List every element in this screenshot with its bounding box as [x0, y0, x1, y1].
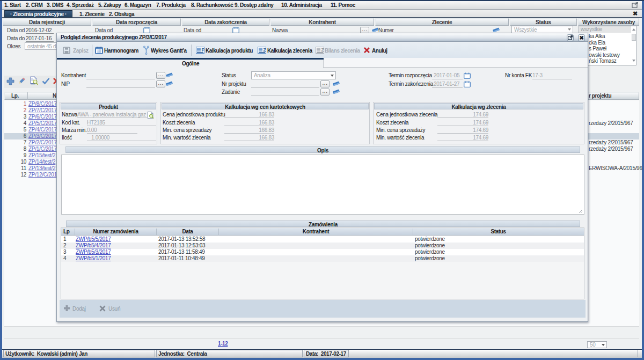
- svg-text:Z: Z: [321, 47, 325, 53]
- svg-text:Z: Z: [264, 47, 267, 53]
- svg-text:P: P: [202, 47, 205, 53]
